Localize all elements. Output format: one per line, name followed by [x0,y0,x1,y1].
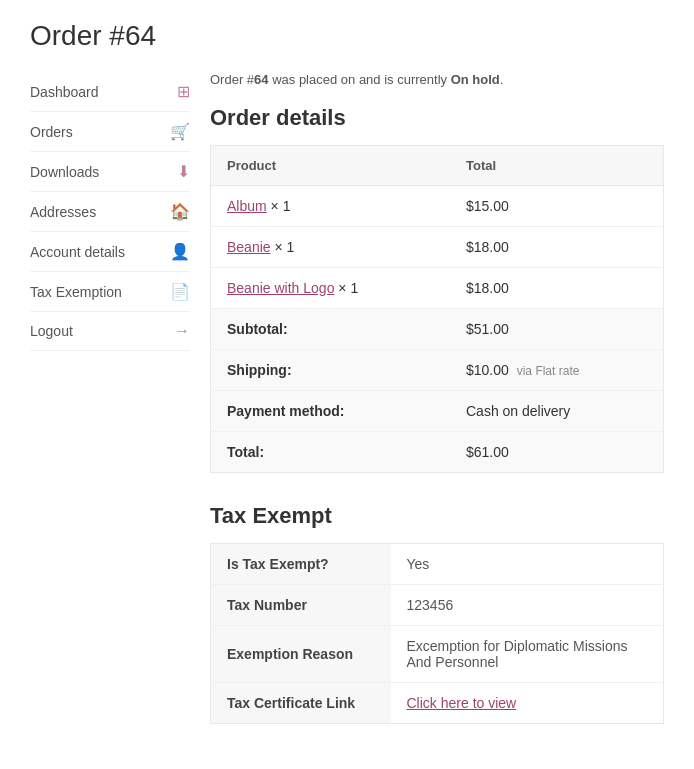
sidebar-label-downloads: Downloads [30,164,99,180]
table-row: Tax Number 123456 [211,585,664,626]
payment-row: Payment method: Cash on delivery [211,391,664,432]
payment-value: Cash on delivery [450,391,664,432]
sidebar-item-tax-exemption[interactable]: Tax Exemption 📄 [30,272,190,312]
sidebar-label-tax-exemption: Tax Exemption [30,284,122,300]
table-row: Album × 1 $15.00 [211,186,664,227]
product-total: $18.00 [450,227,664,268]
product-total: $18.00 [450,268,664,309]
payment-label: Payment method: [211,391,450,432]
tax-number-label: Tax Number [211,585,391,626]
is-tax-exempt-value: Yes [391,544,664,585]
order-status-text: Order #64 was placed on and is currently… [210,72,664,87]
sidebar-item-orders[interactable]: Orders 🛒 [30,112,190,152]
layout: Dashboard ⊞ Orders 🛒 Downloads ⬇ Address… [30,72,664,724]
sidebar: Dashboard ⊞ Orders 🛒 Downloads ⬇ Address… [30,72,190,724]
sidebar-label-dashboard: Dashboard [30,84,99,100]
product-qty: × 1 [274,239,294,255]
total-label: Total: [211,432,450,473]
table-row: Is Tax Exempt? Yes [211,544,664,585]
sidebar-item-dashboard[interactable]: Dashboard ⊞ [30,72,190,112]
order-number: 64 [254,72,268,87]
sidebar-label-orders: Orders [30,124,73,140]
col-total: Total [450,146,664,186]
product-cell: Album × 1 [211,186,450,227]
col-product: Product [211,146,450,186]
orders-icon: 🛒 [170,122,190,141]
product-link-beanie[interactable]: Beanie [227,239,271,255]
logout-icon: → [174,322,190,340]
shipping-value: $10.00 via Flat rate [450,350,664,391]
sidebar-label-logout: Logout [30,323,73,339]
total-row: Total: $61.00 [211,432,664,473]
exemption-reason-label: Exemption Reason [211,626,391,683]
tax-certificate-link[interactable]: Click here to view [407,695,517,711]
sidebar-item-addresses[interactable]: Addresses 🏠 [30,192,190,232]
sidebar-item-downloads[interactable]: Downloads ⬇ [30,152,190,192]
product-qty: × 1 [271,198,291,214]
order-status-bold: On hold [451,72,500,87]
product-link-beanie-logo[interactable]: Beanie with Logo [227,280,334,296]
sidebar-label-account-details: Account details [30,244,125,260]
subtotal-row: Subtotal: $51.00 [211,309,664,350]
table-row: Exemption Reason Excemption for Diplomat… [211,626,664,683]
account-icon: 👤 [170,242,190,261]
tax-number-value: 123456 [391,585,664,626]
subtotal-label: Subtotal: [211,309,450,350]
sidebar-item-logout[interactable]: Logout → [30,312,190,351]
sidebar-label-addresses: Addresses [30,204,96,220]
tax-exemption-icon: 📄 [170,282,190,301]
exemption-reason-value: Excemption for Diplomatic Missions And P… [391,626,664,683]
tax-exempt-table: Is Tax Exempt? Yes Tax Number 123456 Exe… [210,543,664,724]
table-row: Tax Certificate Link Click here to view [211,683,664,724]
order-details-heading: Order details [210,105,664,131]
dashboard-icon: ⊞ [177,82,190,101]
shipping-row: Shipping: $10.00 via Flat rate [211,350,664,391]
order-details-table: Product Total Album × 1 $15.00 B [210,145,664,473]
product-cell: Beanie × 1 [211,227,450,268]
product-cell: Beanie with Logo × 1 [211,268,450,309]
table-row: Beanie with Logo × 1 $18.00 [211,268,664,309]
tax-cert-link-label: Tax Certificate Link [211,683,391,724]
subtotal-value: $51.00 [450,309,664,350]
addresses-icon: 🏠 [170,202,190,221]
shipping-label: Shipping: [211,350,450,391]
page-title: Order #64 [30,20,664,52]
table-row: Beanie × 1 $18.00 [211,227,664,268]
is-tax-exempt-label: Is Tax Exempt? [211,544,391,585]
shipping-detail: via Flat rate [517,364,580,378]
main-content: Order #64 was placed on and is currently… [210,72,664,724]
tax-exempt-heading: Tax Exempt [210,503,664,529]
product-qty: × 1 [338,280,358,296]
page-container: Order #64 Dashboard ⊞ Orders 🛒 Downloads… [0,0,694,744]
tax-cert-link-value: Click here to view [391,683,664,724]
total-value: $61.00 [450,432,664,473]
sidebar-item-account-details[interactable]: Account details 👤 [30,232,190,272]
product-total: $15.00 [450,186,664,227]
product-link-album[interactable]: Album [227,198,267,214]
downloads-icon: ⬇ [177,162,190,181]
